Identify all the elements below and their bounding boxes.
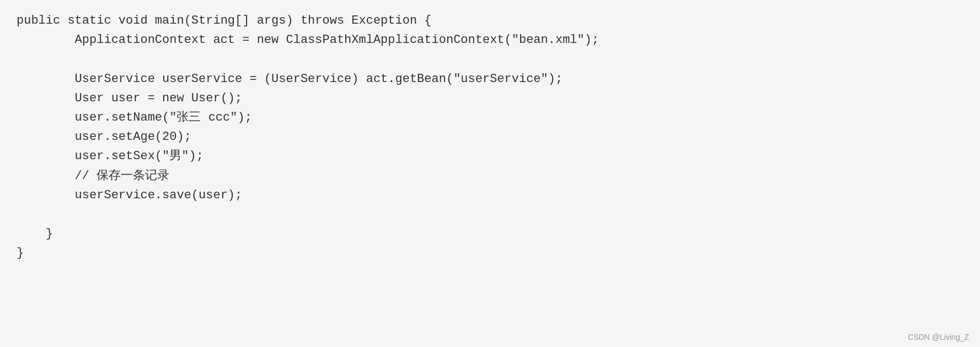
code-block: public static void main(String[] args) t… [17,11,963,263]
code-container: public static void main(String[] args) t… [0,0,980,347]
watermark: CSDN @Living_Z [908,333,969,341]
